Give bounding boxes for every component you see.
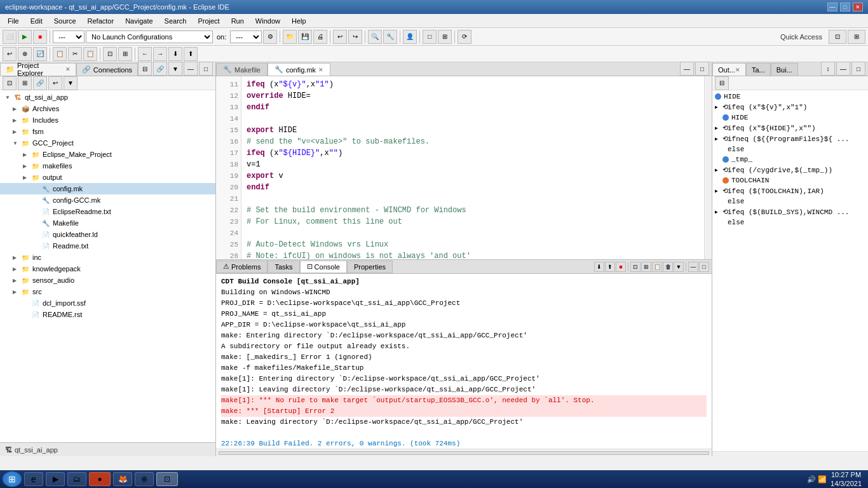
on-combo[interactable]: --- bbox=[230, 30, 262, 43]
menu-source[interactable]: Source bbox=[49, 16, 81, 26]
tree-btn-5[interactable]: ▼ bbox=[64, 76, 78, 90]
toolbar-btn-4[interactable]: ↩ bbox=[333, 30, 347, 44]
toolbar2-btn-4[interactable]: 📋 bbox=[53, 47, 67, 61]
config-button[interactable]: ⚙ bbox=[263, 30, 277, 44]
tree-item-archives[interactable]: ▶ 📦 Archives bbox=[0, 103, 215, 114]
tab-connections[interactable]: 🔗 Connections bbox=[76, 63, 138, 76]
outline-maximize[interactable]: □ bbox=[851, 62, 865, 76]
outline-item-hide-1[interactable]: HIDE bbox=[712, 92, 868, 102]
toolbar-btn-6[interactable]: 🔍 bbox=[368, 30, 382, 44]
new-button[interactable]: ⬜ bbox=[3, 30, 17, 44]
maximize-panel-button[interactable]: □ bbox=[199, 62, 213, 76]
menu-search[interactable]: Search bbox=[159, 16, 192, 26]
toolbar2-btn-2[interactable]: ⊕ bbox=[18, 47, 32, 61]
perspective-button-2[interactable]: ⊞ bbox=[848, 30, 865, 44]
outline-item-ifeq-hide[interactable]: ▶ ⟲ ifeq (x"${HIDE}",x"") bbox=[712, 123, 868, 133]
tab-problems[interactable]: ⚠ Problems bbox=[216, 261, 268, 273]
tree-btn-3[interactable]: 🔗 bbox=[33, 76, 47, 90]
tree-item-readme-txt[interactable]: 📄 Readme.txt bbox=[0, 240, 215, 252]
config-mk-tab-close[interactable]: ✕ bbox=[318, 67, 323, 73]
toolbar2-btn-5[interactable]: ✂ bbox=[68, 47, 82, 61]
tab-project-explorer[interactable]: 📁 Project Explorer ✕ bbox=[0, 63, 76, 76]
toolbar2-btn-8[interactable]: ⊞ bbox=[118, 47, 132, 61]
menu-edit[interactable]: Edit bbox=[25, 16, 48, 26]
console-btn-2[interactable]: ⬆ bbox=[605, 262, 615, 272]
outline-item-tmp[interactable]: _tmp_ bbox=[712, 154, 868, 165]
toolbar2-btn-3[interactable]: 🔃 bbox=[33, 47, 47, 61]
menu-refactor[interactable]: Refactor bbox=[83, 16, 119, 26]
minimize-panel-button[interactable]: — bbox=[184, 62, 198, 76]
tree-item-eclipse-make[interactable]: ▶ 📁 Eclipse_Make_Project bbox=[0, 149, 215, 160]
tab-outline[interactable]: Out... ✕ bbox=[712, 63, 746, 76]
taskbar-firefox[interactable]: 🦊 bbox=[113, 472, 132, 486]
maximize-button[interactable]: □ bbox=[840, 3, 850, 11]
toolbar-btn-2[interactable]: 💾 bbox=[298, 30, 312, 44]
tab-console[interactable]: ⊡ Console bbox=[300, 261, 347, 273]
taskbar-app2[interactable]: ▶ bbox=[46, 472, 65, 486]
collapse-all-button[interactable]: ⊟ bbox=[138, 62, 152, 76]
code-content[interactable]: ifeq (x"${v}",x"1") override HIDE= endif… bbox=[241, 76, 704, 259]
taskbar-chrome[interactable]: ⊕ bbox=[135, 472, 154, 486]
toolbar-btn-9[interactable]: □ bbox=[423, 30, 437, 44]
tree-item-readme-rst[interactable]: 📄 README.rst bbox=[0, 309, 215, 320]
tree-item-inc[interactable]: ▶ 📁 inc bbox=[0, 252, 215, 263]
start-button[interactable]: ⊞ bbox=[3, 471, 22, 487]
tree-item-sensor-audio[interactable]: ▶ 📁 sensor_audio bbox=[0, 274, 215, 286]
outline-item-ifneq[interactable]: ▶ ⟲ ifneq (${{ProgramFiles}${ ... bbox=[712, 133, 868, 144]
toolbar2-btn-10[interactable]: → bbox=[153, 47, 167, 61]
toolbar2-btn-9[interactable]: ← bbox=[138, 47, 152, 61]
taskbar-ie[interactable]: e bbox=[24, 472, 43, 486]
code-editor[interactable]: 1112131415 1617181920 2122232425 26 ifeq… bbox=[216, 76, 712, 259]
tab-config-mk[interactable]: 🔧 config.mk ✕ bbox=[268, 63, 330, 76]
tree-item-includes[interactable]: ▶ 📁 Includes bbox=[0, 114, 215, 126]
console-btn-6[interactable]: ▼ bbox=[674, 262, 684, 272]
outline-item-else-2[interactable]: else bbox=[712, 196, 868, 207]
outline-collapse[interactable]: ⊟ bbox=[715, 76, 729, 90]
outline-item-ifeq-toolchain[interactable]: ▶ ⟲ ifeq ($(TOOLCHAIN),IAR) bbox=[712, 186, 868, 196]
toolbar2-btn-11[interactable]: ⬇ bbox=[168, 47, 182, 61]
console-btn-1[interactable]: ⬇ bbox=[594, 262, 604, 272]
outline-item-else-3[interactable]: else bbox=[712, 217, 868, 227]
view-menu-button[interactable]: ▼ bbox=[168, 62, 182, 76]
tree-item-quickfeather-ld[interactable]: 📄 quickfeather.ld bbox=[0, 229, 215, 240]
tab-makefile[interactable]: 🔧 Makefile bbox=[216, 63, 268, 76]
console-btn-4[interactable]: ⊞ bbox=[641, 262, 651, 272]
tree-item-output[interactable]: ▶ 📁 output bbox=[0, 172, 215, 183]
menu-file[interactable]: File bbox=[3, 16, 24, 26]
outline-item-ifeq-cygdrive[interactable]: ▶ ⟲ ifeq (/cygdrive,$(_tmp_)) bbox=[712, 165, 868, 175]
outline-scroll-bar[interactable] bbox=[712, 451, 868, 456]
console-scroll-bar[interactable] bbox=[216, 449, 712, 456]
toolbar2-btn-6[interactable]: 📋 bbox=[83, 47, 97, 61]
toolbar2-btn-7[interactable]: ⊡ bbox=[103, 47, 117, 61]
tab-tasks[interactable]: Tasks bbox=[268, 261, 299, 273]
tree-item-fsm[interactable]: ▶ 📁 fsm bbox=[0, 126, 215, 137]
console-maximize[interactable]: □ bbox=[699, 262, 709, 272]
toolbar2-btn-1[interactable]: ↩ bbox=[3, 47, 17, 61]
launch-config-combo[interactable]: No Launch Configurations bbox=[86, 30, 213, 43]
perspective-button-1[interactable]: ⊡ bbox=[829, 30, 846, 44]
editor-scrollbar[interactable] bbox=[704, 76, 712, 259]
taskbar-eclipse[interactable]: ⊡ bbox=[156, 472, 178, 486]
toolbar-btn-11[interactable]: ⟳ bbox=[458, 30, 471, 44]
taskbar-opera[interactable]: ● bbox=[89, 472, 111, 486]
launch-history-combo[interactable]: --- bbox=[53, 30, 85, 43]
menu-run[interactable]: Run bbox=[226, 16, 249, 26]
outline-item-ifeq-v[interactable]: ▶ ⟲ ifeq (x"${v}",x"1") bbox=[712, 102, 868, 112]
menu-help[interactable]: Help bbox=[287, 16, 311, 26]
tree-item-knowledgepack[interactable]: ▶ 📁 knowledgepack bbox=[0, 263, 215, 274]
console-clear[interactable]: 🗑 bbox=[663, 262, 673, 272]
outline-item-ifeq-buildsys[interactable]: ▶ ⟲ ifeq ($(BUILD_SYS),WINCMD ... bbox=[712, 207, 868, 217]
outline-item-toolchain[interactable]: TOOLCHAIN bbox=[712, 175, 868, 186]
outline-close[interactable]: ✕ bbox=[735, 67, 740, 73]
tab-tasks-right[interactable]: Ta... bbox=[746, 63, 771, 76]
stop-button[interactable]: ■ bbox=[33, 30, 47, 44]
tree-item-eclipse-readme[interactable]: 📄 EclipseReadme.txt bbox=[0, 206, 215, 217]
tree-root[interactable]: ▼ 🏗 qt_ssi_ai_app bbox=[0, 92, 215, 103]
tree-item-dcl-import[interactable]: 📄 dcl_import.ssf bbox=[0, 297, 215, 309]
console-btn-5[interactable]: 📋 bbox=[652, 262, 662, 272]
outline-item-else-1[interactable]: else bbox=[712, 144, 868, 154]
tree-item-src[interactable]: ▶ 📁 src bbox=[0, 286, 215, 297]
toolbar-btn-7[interactable]: 🔧 bbox=[383, 30, 397, 44]
tree-item-makefiles[interactable]: ▶ 📁 makefiles bbox=[0, 160, 215, 172]
editor-minimize[interactable]: — bbox=[680, 62, 694, 76]
